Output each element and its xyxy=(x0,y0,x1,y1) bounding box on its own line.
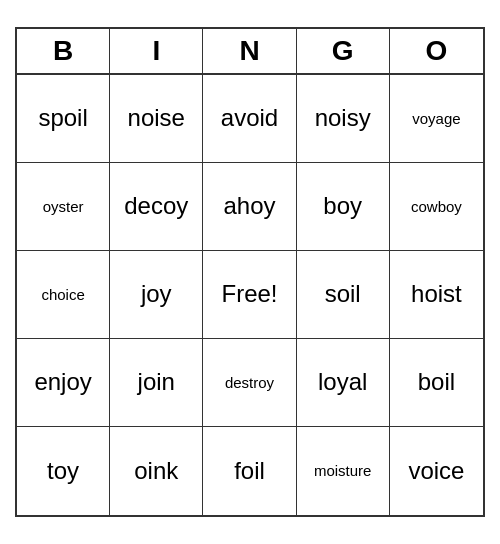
cell-text: boil xyxy=(418,368,455,397)
header-letter-o: O xyxy=(390,29,483,73)
cell-text: cowboy xyxy=(411,198,462,216)
cell-text: moisture xyxy=(314,462,372,480)
bingo-cell[interactable]: hoist xyxy=(390,251,483,339)
cell-text: voice xyxy=(408,457,464,486)
bingo-cell[interactable]: Free! xyxy=(203,251,296,339)
bingo-cell[interactable]: enjoy xyxy=(17,339,110,427)
header-letter-g: G xyxy=(297,29,390,73)
bingo-cell[interactable]: noisy xyxy=(297,75,390,163)
bingo-cell[interactable]: moisture xyxy=(297,427,390,515)
bingo-cell[interactable]: foil xyxy=(203,427,296,515)
bingo-card: BINGO spoilnoiseavoidnoisyvoyageoysterde… xyxy=(15,27,485,517)
cell-text: avoid xyxy=(221,104,278,133)
cell-text: toy xyxy=(47,457,79,486)
bingo-cell[interactable]: decoy xyxy=(110,163,203,251)
cell-text: choice xyxy=(41,286,84,304)
header-letter-i: I xyxy=(110,29,203,73)
cell-text: spoil xyxy=(38,104,87,133)
bingo-cell[interactable]: noise xyxy=(110,75,203,163)
cell-text: noise xyxy=(128,104,185,133)
bingo-cell[interactable]: joy xyxy=(110,251,203,339)
header-letter-n: N xyxy=(203,29,296,73)
cell-text: hoist xyxy=(411,280,462,309)
cell-text: noisy xyxy=(315,104,371,133)
cell-text: decoy xyxy=(124,192,188,221)
bingo-header: BINGO xyxy=(17,29,483,75)
cell-text: enjoy xyxy=(34,368,91,397)
bingo-cell[interactable]: voice xyxy=(390,427,483,515)
cell-text: loyal xyxy=(318,368,367,397)
bingo-cell[interactable]: voyage xyxy=(390,75,483,163)
cell-text: joy xyxy=(141,280,172,309)
cell-text: soil xyxy=(325,280,361,309)
bingo-cell[interactable]: oink xyxy=(110,427,203,515)
cell-text: foil xyxy=(234,457,265,486)
bingo-cell[interactable]: cowboy xyxy=(390,163,483,251)
cell-text: oyster xyxy=(43,198,84,216)
bingo-cell[interactable]: join xyxy=(110,339,203,427)
bingo-cell[interactable]: avoid xyxy=(203,75,296,163)
cell-text: destroy xyxy=(225,374,274,392)
bingo-cell[interactable]: toy xyxy=(17,427,110,515)
cell-text: join xyxy=(138,368,175,397)
cell-text: voyage xyxy=(412,110,460,128)
cell-text: ahoy xyxy=(223,192,275,221)
bingo-cell[interactable]: boy xyxy=(297,163,390,251)
header-letter-b: B xyxy=(17,29,110,73)
cell-text: oink xyxy=(134,457,178,486)
bingo-cell[interactable]: choice xyxy=(17,251,110,339)
cell-text: Free! xyxy=(221,280,277,309)
bingo-cell[interactable]: boil xyxy=(390,339,483,427)
cell-text: boy xyxy=(323,192,362,221)
bingo-cell[interactable]: spoil xyxy=(17,75,110,163)
bingo-grid: spoilnoiseavoidnoisyvoyageoysterdecoyaho… xyxy=(17,75,483,515)
bingo-cell[interactable]: destroy xyxy=(203,339,296,427)
bingo-cell[interactable]: soil xyxy=(297,251,390,339)
bingo-cell[interactable]: oyster xyxy=(17,163,110,251)
bingo-cell[interactable]: loyal xyxy=(297,339,390,427)
bingo-cell[interactable]: ahoy xyxy=(203,163,296,251)
